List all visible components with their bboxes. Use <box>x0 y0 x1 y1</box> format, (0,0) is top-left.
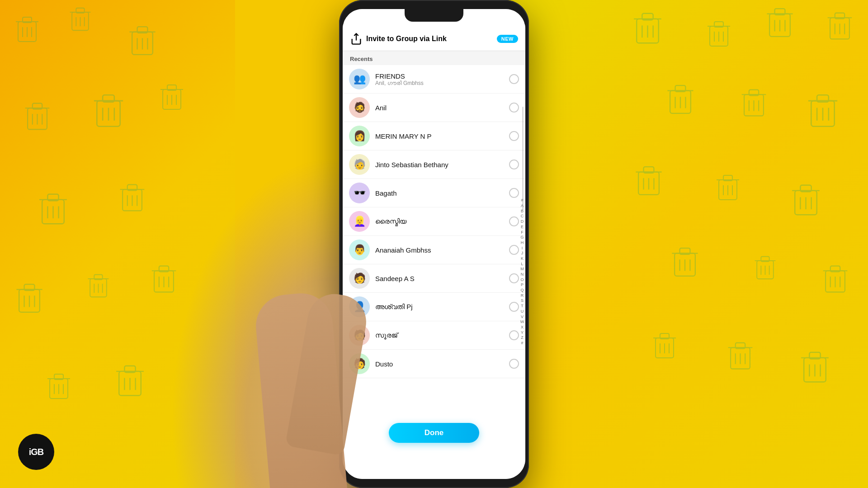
contact-item[interactable]: 👱‍♀️ രൈസ്മിയ <box>343 207 525 236</box>
contact-info: Anil <box>375 104 505 112</box>
contact-item[interactable]: 👨 Ananaiah Gmbhss <box>343 236 525 264</box>
phone-screen: Invite to Group via Link NEW Recents 👥 F… <box>343 9 525 479</box>
contact-name: Bagath <box>375 189 505 197</box>
contact-name: MERIN MARY N P <box>375 132 505 140</box>
alpha-letter[interactable]: F <box>521 230 524 235</box>
new-badge: NEW <box>497 35 518 43</box>
radio-select[interactable] <box>509 131 519 141</box>
alpha-letter[interactable]: E <box>521 225 524 230</box>
igb-logo: iGB <box>18 434 54 470</box>
radio-select[interactable] <box>509 359 519 369</box>
radio-select[interactable] <box>509 330 519 340</box>
avatar: 👨 <box>349 239 370 260</box>
radio-select[interactable] <box>509 273 519 283</box>
alpha-letter[interactable]: K <box>521 256 524 262</box>
contact-name: സൂരജ് <box>375 331 505 339</box>
contact-name: രൈസ്മിയ <box>375 217 505 225</box>
avatar: 🧑 <box>349 353 370 374</box>
alpha-letter[interactable]: V <box>521 314 524 320</box>
contact-item[interactable]: 🧑 Dusto <box>343 350 525 378</box>
share-icon <box>350 33 363 45</box>
phone-notch <box>405 9 463 22</box>
contact-sub: Anil, ഗൗരി Gmbhss <box>375 80 505 86</box>
contact-name: Dusto <box>375 360 505 368</box>
contact-list: 👥 FRIENDS Anil, ഗൗരി Gmbhss 🧔 Anil 👩 MER… <box>343 65 525 479</box>
alpha-letter[interactable]: I <box>522 246 523 251</box>
background-left <box>0 0 235 488</box>
alpha-letter[interactable]: O <box>520 277 524 283</box>
finger-thumb-overlay <box>253 291 348 488</box>
alpha-letter[interactable]: G <box>520 235 524 240</box>
alpha-letter[interactable]: B <box>521 209 524 214</box>
avatar: 🧑 <box>349 325 370 346</box>
alpha-letter[interactable]: A <box>521 203 524 209</box>
radio-select[interactable] <box>509 245 519 255</box>
contact-item[interactable]: 🕶️ Bagath <box>343 179 525 207</box>
radio-select[interactable] <box>509 74 519 84</box>
contact-info: FRIENDS Anil, ഗൗരി Gmbhss <box>375 72 505 86</box>
radio-select[interactable] <box>509 216 519 226</box>
alpha-letter[interactable]: X <box>521 325 524 330</box>
alpha-letter[interactable]: J <box>521 251 524 256</box>
alpha-index[interactable]: #ABCDEFGHIJKLMNOPQRSTUVWXYZ# <box>519 65 525 479</box>
contact-item[interactable]: 👥 FRIENDS Anil, ഗൗരി Gmbhss <box>343 65 525 94</box>
contact-info: Bagath <box>375 189 505 197</box>
contact-item[interactable]: 🧓 Jinto Sebastian Bethany <box>343 150 525 179</box>
avatar: 👤 <box>349 296 370 317</box>
alpha-letter[interactable]: N <box>521 272 524 277</box>
alpha-letter[interactable]: D <box>521 219 524 225</box>
contact-item[interactable]: 🧔 Anil <box>343 94 525 122</box>
alpha-letter[interactable]: Q <box>520 288 524 293</box>
contact-info: Ananaiah Gmbhss <box>375 246 505 254</box>
alpha-letter[interactable]: U <box>521 309 524 314</box>
contact-name: അശ്വതി Pj <box>375 303 505 311</box>
contact-item[interactable]: 🧑 Sandeep A S <box>343 264 525 293</box>
contact-item[interactable]: 👩 MERIN MARY N P <box>343 122 525 150</box>
contact-info: രൈസ്മിയ <box>375 217 505 225</box>
contact-item[interactable]: 👤 അശ്വതി Pj <box>343 293 525 321</box>
alpha-letter[interactable]: # <box>521 341 523 346</box>
avatar: 👱‍♀️ <box>349 211 370 232</box>
header-title: Invite to Group via Link <box>366 35 497 43</box>
alpha-letter[interactable]: C <box>521 214 524 219</box>
alpha-letter[interactable]: P <box>521 282 524 288</box>
alpha-letter[interactable]: Z <box>521 335 524 341</box>
alpha-letter[interactable]: L <box>521 262 523 267</box>
contact-name: Ananaiah Gmbhss <box>375 246 505 254</box>
done-button[interactable]: Done <box>389 423 479 443</box>
recents-label: Recents <box>343 51 525 65</box>
contact-info: MERIN MARY N P <box>375 132 505 140</box>
alpha-letter[interactable]: M <box>520 267 524 272</box>
alpha-letter[interactable]: Y <box>521 330 524 336</box>
contact-info: Jinto Sebastian Bethany <box>375 161 505 169</box>
radio-select[interactable] <box>509 302 519 312</box>
alpha-letter[interactable]: H <box>521 240 524 246</box>
contact-item[interactable]: 🧑 സൂരജ് <box>343 321 525 350</box>
alpha-letter[interactable]: # <box>521 198 523 203</box>
radio-select[interactable] <box>509 103 519 113</box>
alpha-letter[interactable]: T <box>521 304 524 309</box>
alpha-letter[interactable]: R <box>521 293 524 299</box>
radio-select[interactable] <box>509 188 519 198</box>
contact-name: Sandeep A S <box>375 275 505 282</box>
contact-name: Anil <box>375 104 505 112</box>
igb-logo-text: iGB <box>29 447 44 457</box>
avatar: 🧑 <box>349 268 370 289</box>
avatar: 👥 <box>349 69 370 89</box>
avatar: 👩 <box>349 126 370 146</box>
avatar: 🧓 <box>349 154 370 175</box>
screen-content: Invite to Group via Link NEW Recents 👥 F… <box>343 9 525 479</box>
alpha-letter[interactable]: S <box>521 298 524 304</box>
contact-info: Sandeep A S <box>375 275 505 282</box>
avatar: 🕶️ <box>349 183 370 203</box>
phone-frame: Invite to Group via Link NEW Recents 👥 F… <box>339 0 529 488</box>
contact-info: സൂരജ് <box>375 331 505 339</box>
contact-name: FRIENDS <box>375 72 505 80</box>
contact-info: Dusto <box>375 360 505 368</box>
alpha-letter[interactable]: W <box>520 319 524 325</box>
contact-info: അശ്വതി Pj <box>375 303 505 311</box>
contact-name: Jinto Sebastian Bethany <box>375 161 505 169</box>
avatar: 🧔 <box>349 97 370 118</box>
radio-select[interactable] <box>509 160 519 169</box>
